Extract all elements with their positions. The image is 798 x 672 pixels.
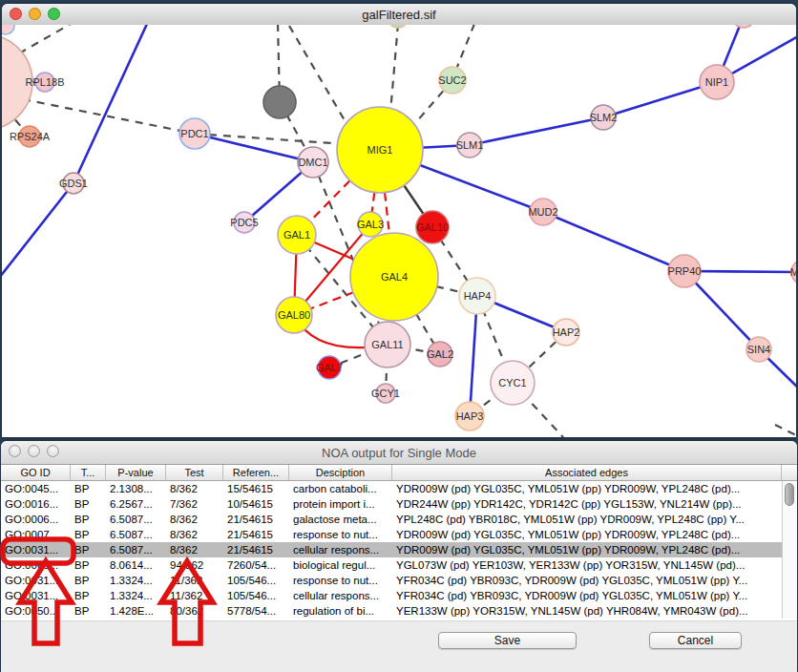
graph-edge[interactable] <box>19 25 71 53</box>
graph-edge[interactable] <box>470 117 603 145</box>
node-gal1[interactable] <box>278 216 316 254</box>
table-row[interactable]: GO:0031...BP1.3324...11/362105/546...cel… <box>1 588 782 603</box>
cell-go-id: GO:0006... <box>1 512 71 527</box>
node-hap3[interactable] <box>455 402 484 430</box>
node-sin4[interactable] <box>746 337 771 362</box>
column-header-test[interactable]: Test <box>166 465 223 480</box>
node-gal10[interactable] <box>416 211 449 243</box>
cell-reference: 5778/54... <box>223 603 289 619</box>
node-prp40[interactable] <box>668 255 701 287</box>
noa-window-title: NOA output for Single Mode <box>322 446 476 460</box>
column-header-t[interactable]: T... <box>71 465 106 480</box>
node-gal2[interactable] <box>428 342 452 367</box>
node-mig1[interactable] <box>337 107 423 193</box>
column-header-go-id[interactable]: GO ID <box>1 465 71 480</box>
graph-edge[interactable] <box>543 212 684 271</box>
noa-output-window: NOA output for Single Mode GO IDT...P-va… <box>1 441 797 672</box>
cell-desciption: cellular respons... <box>289 588 392 603</box>
node-unlabeled[interactable] <box>2 34 32 130</box>
node-slm1[interactable] <box>457 133 482 158</box>
cell-p-value: 1.3324... <box>106 573 166 588</box>
network-window-titlebar[interactable]: galFiltered.sif <box>2 4 796 26</box>
table-row[interactable]: GO:0016...BP6.2567...7/36210/54615protei… <box>1 496 782 512</box>
node-slm2[interactable] <box>591 105 616 130</box>
minimize-button[interactable] <box>28 445 40 457</box>
close-button[interactable] <box>10 8 22 20</box>
scrollbar-thumb[interactable] <box>785 483 794 506</box>
cell-assoc: YER133W (pp) YOR315W, YNL145W (pd) YHR08… <box>392 603 782 619</box>
node-rps24a[interactable] <box>19 126 40 147</box>
node-hap2[interactable] <box>553 319 579 346</box>
graph-edge[interactable] <box>390 25 398 113</box>
node-unlabeled[interactable] <box>388 25 408 28</box>
cell-reference: 21/54615 <box>223 542 289 557</box>
table-row[interactable]: GO:0050...BP1.428E...80/3625778/54...reg… <box>1 603 782 619</box>
node-pdc5[interactable] <box>234 212 255 233</box>
node-unlabeled[interactable] <box>732 25 755 28</box>
graph-edge[interactable] <box>74 25 147 183</box>
node-gal7[interactable] <box>318 356 341 379</box>
table-row[interactable]: GO:0065...BP8.0614...94/3627260/54...bio… <box>1 557 782 573</box>
cell-p-value: 6.5087... <box>106 542 166 557</box>
zoom-button[interactable] <box>48 8 60 20</box>
table-header-row: GO IDT...P-valueTestReferen...Desciption… <box>1 465 797 481</box>
cell-go-id: GO:0031... <box>1 573 71 588</box>
save-button[interactable]: Save <box>438 632 577 649</box>
node-gcy1[interactable] <box>376 384 395 403</box>
noa-window-titlebar[interactable]: NOA output for Single Mode <box>1 441 797 465</box>
column-header-p-value[interactable]: P-value <box>106 465 166 480</box>
node-gal11[interactable] <box>365 322 410 368</box>
node-gal80[interactable] <box>276 297 312 333</box>
node-mud2[interactable] <box>530 199 556 225</box>
close-button[interactable] <box>9 445 21 457</box>
zoom-button[interactable] <box>47 445 59 457</box>
node-gal3[interactable] <box>358 212 383 237</box>
table-row[interactable]: GO:0031...BP1.3324...11/362105/546...res… <box>1 573 782 588</box>
cell-desciption: response to nut... <box>289 573 392 588</box>
graph-edge[interactable] <box>289 26 351 132</box>
node-pdc1[interactable] <box>179 118 210 149</box>
cell-go-id: GO:0065... <box>1 557 71 573</box>
cell-reference: 21/54615 <box>223 527 289 542</box>
cancel-button[interactable]: Cancel <box>649 632 742 649</box>
column-header-associated-edges[interactable]: Associated edges <box>392 465 782 480</box>
cell-assoc: YDR009W (pd) YGL035C, YML051W (pp) YDR00… <box>392 542 782 557</box>
table-row[interactable]: GO:0045...BP2.1308...8/36215/54615carbon… <box>1 481 782 496</box>
table-row[interactable]: GO:0006...BP6.5087...8/36221/54615galact… <box>1 512 782 527</box>
cell-desciption: carbon cataboli... <box>289 481 392 496</box>
cell-go-id: GO:0031... <box>1 588 71 603</box>
cell-test: 8/362 <box>166 542 223 557</box>
node-rpl18b[interactable] <box>35 73 54 92</box>
graph-edge[interactable] <box>775 425 796 437</box>
vertical-scrollbar[interactable] <box>782 481 797 619</box>
graph-edge[interactable] <box>2 183 74 277</box>
node-msl1[interactable] <box>791 260 796 284</box>
cell-desciption: protein import i... <box>289 496 392 512</box>
cell-type: BP <box>71 542 106 557</box>
node-gal4[interactable] <box>350 233 438 321</box>
table-row-selected[interactable]: GO:0031...BP6.5087...8/36221/54615cellul… <box>1 542 782 557</box>
cell-test: 8/362 <box>166 481 223 496</box>
node-suc2[interactable] <box>439 67 466 94</box>
node-hap4[interactable] <box>459 278 495 314</box>
cell-type: BP <box>71 557 106 573</box>
cell-p-value: 6.5087... <box>106 512 166 527</box>
cell-desciption: galactose meta... <box>289 512 392 527</box>
node-dmc1[interactable] <box>298 147 328 178</box>
cell-assoc: YDR244W (pp) YDR142C, YDR142C (pp) YGL15… <box>392 496 782 512</box>
node-gds1[interactable] <box>63 173 84 194</box>
network-graph: RPL18BRPS24AGDS1PDC1MIG1DMC1SUC2SLM1SLM2… <box>2 25 796 437</box>
minimize-button[interactable] <box>29 8 41 20</box>
cell-assoc: YPL248C (pd) YBR018C, YML051W (pp) YDR00… <box>392 512 782 527</box>
node-nip1[interactable] <box>700 65 734 99</box>
cell-p-value: 2.1308... <box>106 481 166 496</box>
node-unlabeled[interactable] <box>263 86 296 118</box>
node-cyc1[interactable] <box>491 361 535 405</box>
table-row[interactable]: GO:0007...BP6.5087...8/36221/54615respon… <box>1 527 782 542</box>
node-unlabeled[interactable] <box>2 25 14 34</box>
network-canvas[interactable]: RPL18BRPS24AGDS1PDC1MIG1DMC1SUC2SLM1SLM2… <box>2 25 796 437</box>
column-header-referen[interactable]: Referen... <box>223 465 289 480</box>
graph-edge[interactable] <box>457 25 474 67</box>
cell-desciption: biological regul... <box>289 557 392 573</box>
column-header-desciption[interactable]: Desciption <box>289 465 392 480</box>
